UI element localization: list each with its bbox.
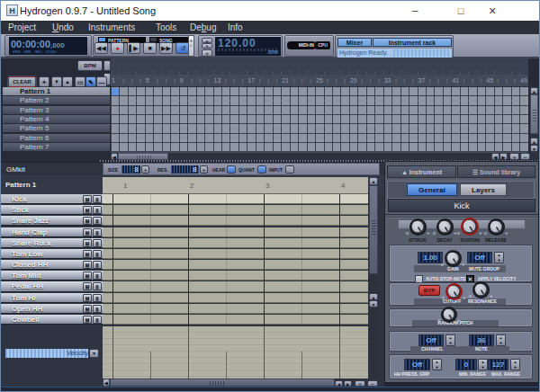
svg-text:+: + [479, 230, 482, 236]
svg-text:+: + [462, 262, 465, 267]
svg-text:+: + [463, 295, 466, 300]
svg-text:o: o [441, 262, 444, 267]
svg-text:o: o [406, 230, 409, 236]
svg-text:+: + [457, 317, 461, 323]
svg-text:+: + [505, 230, 508, 236]
svg-text:o: o [457, 230, 460, 236]
svg-text:o: o [484, 230, 487, 236]
svg-text:o: o [433, 230, 436, 236]
svg-text:+: + [490, 293, 493, 298]
svg-text:+: + [427, 230, 430, 236]
svg-text:o: o [469, 293, 472, 298]
svg-text:o: o [437, 317, 440, 323]
svg-text:o: o [442, 295, 445, 300]
